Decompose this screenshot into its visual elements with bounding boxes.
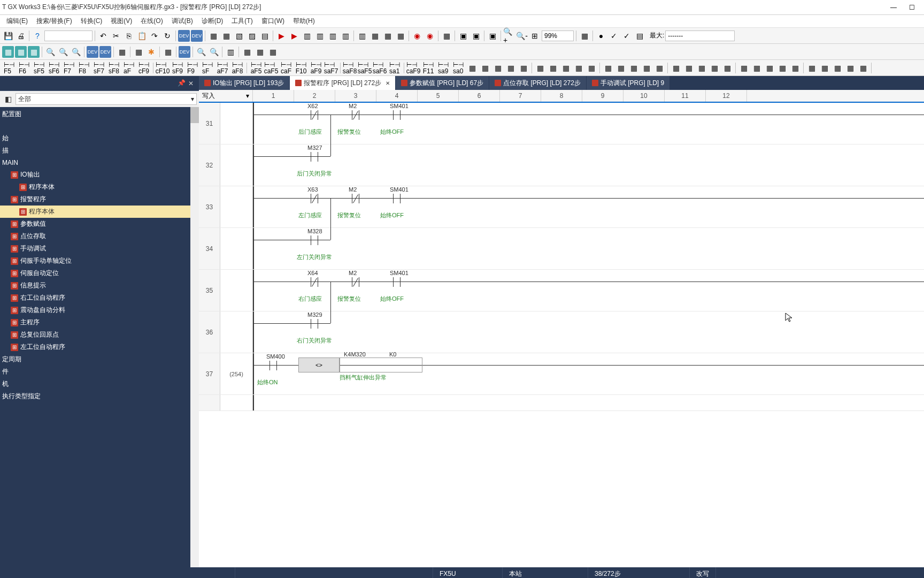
menu-item[interactable]: 窗口(W) [257, 16, 289, 27]
ladder-inst-F8[interactable]: ⊢⊣F8 [77, 62, 91, 74]
contact[interactable] [306, 152, 322, 162]
tool4-icon[interactable]: ▨ [246, 30, 258, 42]
write-icon[interactable]: ▥ [356, 30, 368, 42]
ladder-rung[interactable]: 32M327后门关闭异常 [199, 144, 924, 186]
tree-item[interactable]: ⊞程序本体 [0, 181, 199, 193]
tree-item[interactable]: ⊞手动调试 [0, 242, 199, 255]
view3-icon[interactable]: ▦ [28, 46, 40, 58]
remote-icon[interactable]: ▦ [395, 30, 406, 42]
mod2-icon[interactable]: ▣ [470, 30, 482, 42]
contact[interactable] [348, 277, 364, 287]
undo-icon[interactable]: ↶ [97, 30, 109, 42]
close-panel-icon[interactable]: ✕ [188, 80, 196, 87]
tb3-extra-9[interactable]: ▦ [586, 62, 597, 74]
close-tab-icon[interactable]: ✕ [386, 80, 390, 86]
tb3-extra-8[interactable]: ▦ [573, 62, 584, 74]
tb2a-icon[interactable]: ▦ [116, 46, 128, 58]
ladder-inst-saF7[interactable]: ⊢⊣saF7 [324, 62, 338, 74]
menu-item[interactable]: 视图(V) [106, 16, 136, 27]
copy-icon[interactable]: ⎘ [123, 30, 135, 42]
print-icon[interactable]: 🖨 [15, 30, 27, 42]
ladder-inst-sa1[interactable]: ⊢⊣sa1 [388, 62, 402, 74]
ladder-editor[interactable]: 31X62后门感应M2报警复位SM401始终OFFM32后门关闭常32M327后… [199, 103, 924, 567]
tb2k-icon[interactable]: ▦ [267, 46, 279, 58]
maximize-button[interactable]: ☐ [906, 3, 918, 12]
run-icon[interactable]: ▶ [275, 30, 287, 42]
ladder-rung[interactable]: 36M329右门关闭异常 [199, 311, 924, 353]
fit-icon[interactable]: ⊞ [529, 30, 541, 42]
tb2h-icon[interactable]: ▥ [225, 46, 236, 58]
ladder-rung[interactable]: M350 [199, 395, 924, 411]
ladder-inst-F9[interactable]: ⊢⊣F9 [186, 62, 199, 74]
contact[interactable] [348, 110, 364, 120]
ladder-rung[interactable]: 37(254)SM400始终ON<>K4M320K0挡料气缸伸出异常M339气缸… [199, 353, 924, 395]
contact[interactable] [306, 319, 322, 329]
tb3-extra-18[interactable]: ▦ [709, 62, 720, 74]
verify-icon[interactable]: ▦ [382, 30, 394, 42]
tb3-extra-7[interactable]: ▦ [560, 62, 572, 74]
tb3-extra-10[interactable]: ▦ [602, 62, 614, 74]
menu-item[interactable]: 搜索/替换(F) [32, 16, 76, 27]
menu-item[interactable]: 在线(O) [136, 16, 167, 27]
zoom-input[interactable] [542, 31, 574, 41]
tb3-extra-16[interactable]: ▦ [683, 62, 695, 74]
tb2b-icon[interactable]: ▦ [133, 46, 144, 58]
compare-instruction[interactable]: <> [298, 358, 340, 372]
tb3-extra-12[interactable]: ▦ [628, 62, 640, 74]
mon1-icon[interactable]: ▥ [301, 30, 313, 42]
tb3-extra-6[interactable]: ▦ [547, 62, 559, 74]
tb2g-icon[interactable]: 🔍 [208, 46, 220, 58]
menu-item[interactable]: 帮助(H) [289, 16, 319, 27]
ladder-rung[interactable]: 35X64右门感应M2报警复位SM401始终OFFM329右门关闭常 [199, 270, 924, 311]
tb2d-icon[interactable]: ▦ [162, 46, 174, 58]
devtb2-icon[interactable]: DEV [99, 46, 111, 58]
tree-item[interactable]: ⊞伺服手动单轴定位 [0, 255, 199, 267]
ladder-inst-sF[interactable]: ⊢⊣sF [201, 62, 214, 74]
tree-item[interactable]: 配置图 [0, 108, 199, 120]
tb3-extra-24[interactable]: ▦ [789, 62, 801, 74]
menu-item[interactable]: 编辑(E) [2, 16, 32, 27]
tb2j-icon[interactable]: ▦ [254, 46, 266, 58]
tb2i-icon[interactable]: ▦ [241, 46, 253, 58]
contact[interactable] [389, 277, 405, 287]
tree-item[interactable]: ⊞总复位回原点 [0, 329, 199, 341]
mon3-icon[interactable]: ▥ [327, 30, 338, 42]
contact[interactable] [306, 194, 322, 203]
tree-item[interactable]: ⊞左工位自动程序 [0, 341, 199, 353]
tree-item[interactable]: ⊞伺服自动定位 [0, 267, 199, 279]
ladder-inst-sa9[interactable]: ⊢⊣sa9 [436, 62, 450, 74]
contact[interactable] [265, 361, 281, 370]
ladder-inst-F7[interactable]: ⊢⊣F7 [62, 62, 76, 74]
menu-item[interactable]: 调试(B) [167, 16, 197, 27]
sim2-icon[interactable]: ◉ [424, 30, 436, 42]
ladder-inst-aF8[interactable]: ⊢⊣aF8 [230, 62, 244, 74]
tool3-icon[interactable]: ▧ [233, 30, 245, 42]
tb3-extra-20[interactable]: ▦ [738, 62, 750, 74]
ladder-inst-sF5[interactable]: ⊢⊣sF5 [32, 62, 46, 74]
tree-item[interactable] [0, 120, 199, 132]
ladder-inst-F5[interactable]: ⊢⊣F5 [2, 62, 16, 74]
contact[interactable] [306, 277, 322, 287]
mod3-icon[interactable]: ▣ [487, 30, 498, 42]
ladder-inst-caF5[interactable]: ⊢⊣caF5 [264, 62, 278, 74]
tb3-extra-28[interactable]: ▦ [844, 62, 856, 74]
ladder-inst-aF9[interactable]: ⊢⊣aF9 [309, 62, 323, 74]
view1-icon[interactable]: ▦ [2, 46, 14, 58]
tb3-extra-26[interactable]: ▦ [819, 62, 830, 74]
tree-item[interactable]: 始 [0, 132, 199, 144]
tb3-extra-27[interactable]: ▦ [831, 62, 843, 74]
read-icon[interactable]: ▦ [369, 30, 381, 42]
zoomout-icon[interactable]: 🔍- [516, 30, 528, 42]
tree-item[interactable]: 机 [0, 378, 199, 390]
sim1-icon[interactable]: ◉ [411, 30, 423, 42]
ladder-inst-sF7[interactable]: ⊢⊣sF7 [92, 62, 106, 74]
find2-icon[interactable]: 🔍 [57, 46, 69, 58]
redo-icon[interactable]: ↷ [149, 30, 160, 42]
tree-scrollbar[interactable] [190, 107, 199, 567]
ladder-inst-saF5[interactable]: ⊢⊣saF5 [358, 62, 372, 74]
ladder-rung[interactable]: 34M328左门关闭异常 [199, 228, 924, 270]
tree-item[interactable]: MAIN [0, 157, 199, 169]
editor-tab[interactable]: IO输出 [PRG] [LD] 193步 [199, 76, 290, 90]
trace-icon[interactable]: ▦ [441, 30, 452, 42]
nav-btn1[interactable]: ◧ [2, 93, 14, 105]
